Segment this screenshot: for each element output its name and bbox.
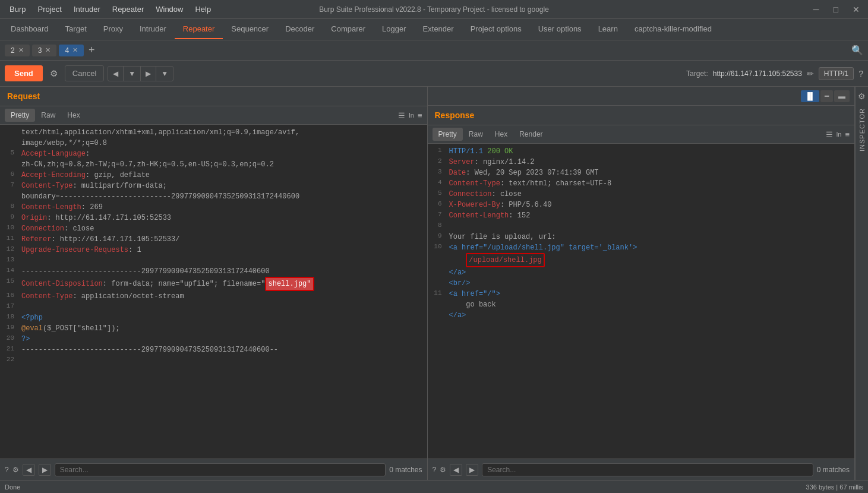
next-arrow[interactable]: ▶ (141, 67, 156, 81)
tab-repeater[interactable]: Repeater (175, 20, 223, 39)
code-line: 10 <a href="/upload/shell.jpg" target='_… (428, 242, 855, 253)
repeater-tab-3[interactable]: 3 ✕ (32, 45, 57, 56)
tab-sequencer[interactable]: Sequencer (223, 20, 277, 39)
request-search-input[interactable] (55, 463, 386, 476)
tab-project-options[interactable]: Project options (462, 20, 530, 39)
response-menu-icon[interactable]: ≡ (845, 130, 850, 139)
close-button[interactable]: ✕ (849, 4, 863, 15)
tab-logger[interactable]: Logger (374, 20, 414, 39)
tab-learn[interactable]: Learn (590, 20, 626, 39)
code-line: 9 Your file is upload, url: (428, 232, 855, 242)
prev-arrow[interactable]: ◀ (108, 67, 124, 81)
request-tab-hex[interactable]: Hex (61, 109, 86, 122)
repeater-tabs: 2 ✕ 3 ✕ 4 ✕ + 🔍 (0, 40, 868, 61)
code-line: 21 ----------------------------299779909… (0, 345, 427, 355)
tab-search-icon[interactable]: 🔍 (851, 45, 863, 56)
request-match-count: 0 matches (389, 466, 422, 474)
settings-icon[interactable]: ⚙ (46, 66, 61, 81)
tab-extender[interactable]: Extender (415, 20, 462, 39)
response-search-input[interactable] (482, 463, 813, 476)
inspector-sidebar: ⚙ INSPECTOR (855, 87, 868, 480)
request-tab-raw[interactable]: Raw (35, 109, 61, 122)
menu-burp[interactable]: Burp (5, 2, 30, 16)
code-line: 14 ----------------------------299779909… (0, 266, 427, 277)
response-tab-pretty[interactable]: Pretty (433, 128, 463, 141)
request-ln-icon[interactable]: ln (409, 112, 414, 119)
tab-proxy[interactable]: Proxy (95, 20, 131, 39)
tab-dashboard[interactable]: Dashboard (2, 20, 57, 39)
history-nav: ◀ ▼ ▶ ▼ (108, 66, 173, 81)
code-line: 15 Content-Disposition: form-data; name=… (0, 277, 427, 291)
response-tab-hex[interactable]: Hex (489, 128, 513, 141)
menu-window[interactable]: Window (151, 2, 188, 16)
menu-help[interactable]: Help (190, 2, 216, 16)
tab-intruder[interactable]: Intruder (131, 20, 175, 39)
add-tab-button[interactable]: + (86, 44, 97, 56)
request-tab-pretty[interactable]: Pretty (5, 109, 35, 122)
minimize-button[interactable]: ─ (810, 4, 823, 15)
tab-decoder[interactable]: Decoder (277, 20, 323, 39)
code-line: 5 Connection: close (428, 189, 855, 200)
main-content: Request Pretty Raw Hex ☰ ln ≡ text/html,… (0, 87, 868, 480)
close-tab-4-icon[interactable]: ✕ (72, 46, 78, 54)
cancel-button[interactable]: Cancel (65, 65, 104, 81)
close-tab-3-icon[interactable]: ✕ (45, 46, 50, 54)
response-search-bar: ? ⚙ ◀ ▶ 0 matches (428, 459, 855, 480)
request-settings-icon[interactable]: ⚙ (12, 466, 19, 474)
code-line: 20 ?> (0, 334, 427, 345)
response-prev-match[interactable]: ◀ (450, 464, 462, 476)
toolbar: Send ⚙ Cancel ◀ ▼ ▶ ▼ Target: http://61.… (0, 61, 868, 87)
code-line: 1 HTTP/1.1 200 OK (428, 146, 855, 157)
edit-target-icon[interactable]: ✏ (807, 69, 814, 78)
request-list-icon[interactable]: ☰ (398, 111, 405, 120)
top-view-btn[interactable]: ━ (820, 90, 833, 102)
response-tab-render[interactable]: Render (513, 128, 548, 141)
request-menu-icon[interactable]: ≡ (418, 111, 422, 120)
repeater-tab-2[interactable]: 2 ✕ (5, 45, 30, 56)
prev-dropdown[interactable]: ▼ (124, 67, 141, 81)
menu-project[interactable]: Project (33, 2, 66, 16)
code-line: 8 (428, 221, 855, 232)
code-line: image/webp,*/*;q=0.8 (0, 138, 427, 148)
code-line: 12 Upgrade-Insecure-Requests: 1 (0, 245, 427, 255)
tab-captcha-killer[interactable]: captcha-killer-modified (626, 20, 720, 39)
response-tab-raw[interactable]: Raw (463, 128, 489, 141)
request-prev-match[interactable]: ◀ (23, 464, 35, 476)
request-panel-header: Request (0, 87, 427, 106)
response-next-match[interactable]: ▶ (466, 464, 478, 476)
maximize-button[interactable]: □ (830, 4, 842, 15)
send-button[interactable]: Send (5, 65, 43, 81)
http-version-badge[interactable]: HTTP/1 (819, 67, 854, 80)
response-list-icon[interactable]: ☰ (826, 130, 833, 139)
help-icon[interactable]: ? (858, 69, 863, 78)
request-help-icon[interactable]: ? (5, 466, 9, 474)
code-line: go back (428, 299, 855, 310)
code-line: 11 Referer: http://61.147.171.105:52533/ (0, 234, 427, 245)
status-text: Done (5, 483, 20, 491)
code-line: 4 Content-Type: text/html; charset=UTF-8 (428, 178, 855, 189)
repeater-tab-4[interactable]: 4 ✕ (59, 45, 84, 56)
response-settings-icon[interactable]: ⚙ (440, 466, 446, 474)
code-line: 16 Content-Type: application/octet-strea… (0, 291, 427, 302)
tab-target[interactable]: Target (57, 20, 95, 39)
single-view-btn[interactable]: ▬ (834, 90, 850, 102)
split-view-btn[interactable]: ▐▌ (801, 90, 819, 102)
window-controls: ─ □ ✕ (810, 4, 863, 15)
request-panel: Request Pretty Raw Hex ☰ ln ≡ text/html,… (0, 87, 428, 480)
menu-intruder[interactable]: Intruder (69, 2, 105, 16)
menu-repeater[interactable]: Repeater (108, 2, 149, 16)
next-dropdown[interactable]: ▼ (156, 67, 173, 81)
response-help-icon[interactable]: ? (433, 466, 437, 474)
inspector-settings-icon[interactable]: ⚙ (854, 89, 868, 103)
tab-user-options[interactable]: User options (530, 20, 590, 39)
tab-comparer[interactable]: Comparer (323, 20, 374, 39)
request-next-match[interactable]: ▶ (39, 464, 51, 476)
title-bar: Burp Project Intruder Repeater Window He… (0, 0, 868, 19)
code-line: 9 Origin: http://61.147.171.105:52533 (0, 213, 427, 223)
code-line: </a> (428, 267, 855, 278)
close-tab-2-icon[interactable]: ✕ (18, 46, 24, 54)
response-ln-icon[interactable]: ln (837, 131, 842, 138)
highlighted-filename: shell.jpg" (265, 277, 314, 291)
code-line: 2 Server: nginx/1.14.2 (428, 157, 855, 168)
response-tab-icons: ☰ ln ≡ (826, 130, 850, 139)
